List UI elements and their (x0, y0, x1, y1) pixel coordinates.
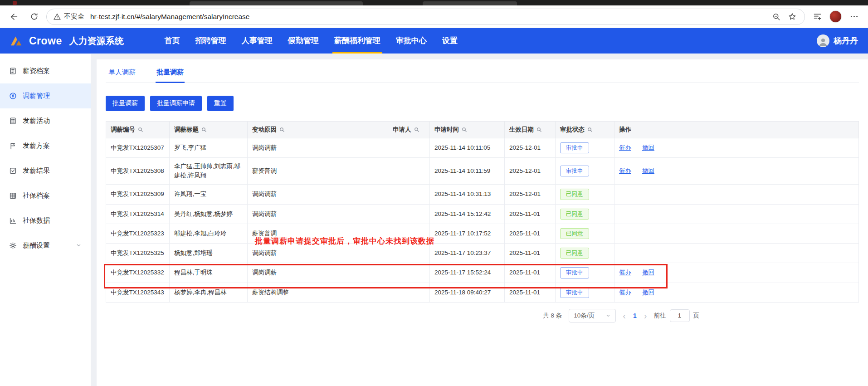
status-badge: 已同意 (560, 189, 589, 200)
cell-title: 杨如意,郑培瑶 (170, 244, 248, 263)
cell-effective-date: 2025-12-01 (505, 158, 556, 185)
nav-item-approval-center[interactable]: 审批中心 (396, 28, 427, 54)
check-square-icon (9, 167, 17, 175)
cell-applicant (388, 283, 430, 302)
cell-effective-date: 2025-12-01 (505, 185, 556, 204)
browser-tab-strip (0, 0, 868, 5)
refresh-button[interactable] (26, 9, 42, 24)
cell-apply-time: 2025-11-14 10:11:05 (430, 138, 505, 158)
bar-chart-icon (9, 217, 17, 225)
withdraw-link[interactable]: 撤回 (642, 289, 654, 296)
col-header-apply-time: 申请时间 (430, 122, 505, 138)
col-header-id: 调薪编号 (106, 122, 170, 138)
cell-reason: 调岗调薪 (248, 185, 388, 204)
user-menu[interactable]: 杨丹丹 (817, 34, 858, 47)
sidebar-item-payroll-plan[interactable]: 发薪方案 (0, 133, 91, 158)
table-row: 中竞发TX12025332 程昌林,于明珠 调岗调薪 2025-11-17 15… (106, 263, 859, 283)
table-row: 中竞发TX12025325 杨如意,郑培瑶 调岗调薪 2025-11-17 10… (106, 244, 859, 263)
withdraw-link[interactable]: 撤回 (642, 144, 654, 151)
cell-reason: 薪资普调 (248, 224, 388, 243)
cell-apply-time: 2025-11-17 15:52:24 (430, 263, 505, 283)
cell-id: 中竞发TX12025309 (106, 185, 170, 204)
warning-triangle-icon (53, 13, 61, 21)
next-page-icon[interactable]: › (644, 311, 647, 320)
pagination: 共 8 条 10条/页 ‹ 1 › 前往 页 (106, 309, 859, 322)
goto-page-input[interactable] (670, 309, 690, 322)
batch-adjust-button[interactable]: 批量调薪 (106, 96, 145, 111)
cell-reason: 调岗调薪 (248, 244, 388, 263)
tab-batch-adjust[interactable]: 批量调薪 (156, 62, 185, 83)
sidebar-item-payroll-result[interactable]: 发薪结果 (0, 158, 91, 183)
search-icon[interactable] (587, 127, 593, 132)
crowe-logo-icon (10, 35, 24, 47)
urge-link[interactable]: 催办 (619, 144, 631, 151)
sidebar-item-salary-adjust[interactable]: 调薪管理 (0, 83, 91, 108)
current-page[interactable]: 1 (633, 312, 637, 319)
cell-id: 中竞发TX12025323 (106, 224, 170, 243)
coin-adjust-icon (9, 92, 17, 100)
sidebar-item-social-data[interactable]: 社保数据 (0, 208, 91, 233)
table-row: 中竞发TX12025307 罗飞,李广猛 调岗调薪 2025-11-14 10:… (106, 138, 859, 158)
withdraw-link[interactable]: 撤回 (642, 269, 654, 276)
sidebar-item-label: 薪资档案 (23, 67, 50, 75)
app-header: Crowe 人力资源系统 首页 招聘管理 人事管理 假勤管理 薪酬福利管理 审批… (0, 28, 868, 54)
sidebar: 薪资档案 调薪管理 发薪活动 发薪方案 发薪结果 社保档案 社保数据 薪酬设置 (0, 54, 91, 386)
sidebar-item-salary-archive[interactable]: 薪资档案 (0, 59, 91, 83)
col-header-applicant: 申请人 (388, 122, 430, 138)
nav-item-attendance[interactable]: 假勤管理 (288, 28, 319, 54)
cell-title: 邬建松,李旭,白玲玲 (170, 224, 248, 243)
tab-single-adjust[interactable]: 单人调薪 (107, 62, 137, 83)
search-icon[interactable] (279, 127, 285, 132)
nav-item-settings[interactable]: 设置 (442, 28, 458, 54)
sidebar-item-label: 社保档案 (23, 191, 50, 200)
zoom-out-icon (772, 12, 781, 21)
cell-effective-date: 2025-11-01 (505, 283, 556, 302)
sidebar-item-social-archive[interactable]: 社保档案 (0, 183, 91, 208)
collections-button[interactable] (809, 9, 825, 24)
browser-tab[interactable] (423, 1, 517, 5)
cell-applicant (388, 204, 430, 224)
browser-menu-button[interactable] (846, 9, 862, 24)
chevron-down-icon (76, 242, 82, 249)
cell-applicant (388, 185, 430, 204)
reset-button[interactable]: 重置 (207, 96, 234, 111)
urge-link[interactable]: 催办 (619, 289, 631, 296)
page-size-select[interactable]: 10条/页 (569, 309, 616, 322)
cell-reason: 调岗调薪 (248, 138, 388, 158)
url-text: hr-test.zjf-it.cn/#/salaryManagement/sal… (90, 13, 249, 21)
bookmark-star-button[interactable] (786, 11, 798, 23)
user-name: 杨丹丹 (834, 35, 858, 46)
search-icon[interactable] (201, 127, 207, 132)
withdraw-link[interactable]: 撤回 (642, 167, 654, 174)
nav-item-hr[interactable]: 人事管理 (242, 28, 273, 54)
urge-link[interactable]: 催办 (619, 269, 631, 276)
prev-page-icon[interactable]: ‹ (623, 311, 626, 320)
security-chip[interactable]: 不安全 (53, 12, 84, 21)
batch-adjust-apply-button[interactable]: 批量调薪申请 (150, 96, 202, 111)
browser-profile-avatar[interactable] (829, 10, 842, 23)
search-icon[interactable] (462, 127, 467, 132)
zoom-out-button[interactable] (770, 11, 782, 23)
nav-item-home[interactable]: 首页 (165, 28, 180, 54)
search-icon[interactable] (414, 127, 419, 132)
cell-title: 罗飞,李广猛 (170, 138, 248, 158)
page-size-value: 10条/页 (574, 312, 595, 320)
search-icon[interactable] (138, 127, 143, 132)
nav-item-recruit[interactable]: 招聘管理 (195, 28, 226, 54)
nav-item-salary-benefits[interactable]: 薪酬福利管理 (334, 28, 380, 54)
sidebar-item-salary-settings[interactable]: 薪酬设置 (0, 233, 91, 258)
security-label: 不安全 (64, 12, 84, 21)
sidebar-item-payroll-activity[interactable]: 发薪活动 (0, 108, 91, 133)
urge-link[interactable]: 催办 (619, 167, 631, 174)
back-button[interactable] (6, 9, 22, 24)
search-icon[interactable] (536, 127, 542, 132)
browser-tab[interactable] (190, 1, 363, 5)
cell-applicant (388, 224, 430, 243)
url-field[interactable]: 不安全 hr-test.zjf-it.cn/#/salaryManagement… (46, 9, 805, 25)
list-icon (9, 117, 17, 125)
status-badge: 审批中 (560, 267, 589, 278)
tab-bar: 单人调薪 批量调薪 (106, 62, 859, 83)
cell-id: 中竞发TX12025343 (106, 283, 170, 302)
reading-list-icon (813, 12, 822, 21)
tab-favicon (13, 1, 17, 5)
